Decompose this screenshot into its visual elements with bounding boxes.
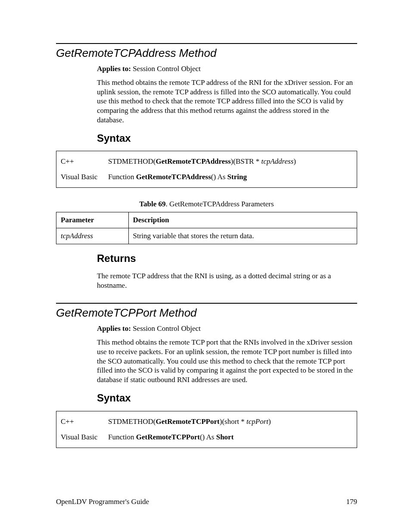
cpp-prefix: STDMETHOD(: [108, 417, 156, 426]
syntax-row-cpp: C++ STDMETHOD(GetRemoteTCPAddress)(BSTR …: [61, 154, 352, 169]
vb-prefix: Function: [108, 173, 136, 181]
syntax-body-vb: Function GetRemoteTCPAddress() As String: [108, 173, 352, 181]
vb-ret: String: [227, 173, 247, 181]
footer-page-number: 179: [346, 498, 358, 506]
method2-description: This method obtains the remote TCP port …: [97, 338, 357, 385]
vb-prefix: Function: [108, 433, 136, 441]
applies-to-label: Applies to:: [97, 65, 131, 73]
applies-to-value-text: Session Control Object: [133, 324, 201, 333]
vb-mid: () As: [200, 433, 216, 441]
vb-name: GetRemoteTCPAddress: [136, 173, 211, 181]
footer-doc-title: OpenLDV Programmer's Guide: [56, 498, 149, 506]
param-table-caption: Table 69. GetRemoteTCPAddress Parameters: [56, 200, 357, 208]
syntax-box-method2: C++ STDMETHOD(GetRemoteTCPPort)(short * …: [56, 411, 357, 448]
syntax-lang-vb: Visual Basic: [61, 173, 108, 181]
syntax-row-cpp: C++ STDMETHOD(GetRemoteTCPPort)(short * …: [61, 414, 352, 429]
section-title-method1: GetRemoteTCPAddress Method: [56, 47, 357, 60]
syntax-heading: Syntax: [97, 392, 357, 405]
page-footer: OpenLDV Programmer's Guide 179: [56, 498, 357, 506]
syntax-body-cpp: STDMETHOD(GetRemoteTCPAddress)(BSTR * tc…: [108, 157, 352, 166]
td-desc: String variable that stores the return d…: [128, 228, 357, 244]
table-caption-rest: . GetRemoteTCPAddress Parameters: [166, 200, 274, 208]
section-title-method2: GetRemoteTCPPort Method: [56, 306, 357, 320]
returns-heading: Returns: [97, 252, 357, 265]
syntax-row-vb: Visual Basic Function GetRemoteTCPPort()…: [61, 429, 352, 445]
cpp-param: tcpPort: [246, 417, 268, 426]
returns-block: Returns The remote TCP address that the …: [97, 252, 357, 290]
method1-description: This method obtains the remote TCP addre…: [97, 78, 357, 125]
syntax-heading: Syntax: [97, 132, 357, 145]
section-rule: [56, 303, 357, 304]
cpp-prefix: STDMETHOD(: [108, 157, 156, 165]
applies-to-value-text: Session Control Object: [133, 65, 201, 73]
vb-ret: Short: [216, 433, 234, 441]
cpp-mid: )(BSTR *: [231, 157, 262, 165]
returns-text: The remote TCP address that the RNI is u…: [97, 271, 357, 290]
syntax-body-cpp: STDMETHOD(GetRemoteTCPPort)(short * tcpP…: [108, 417, 352, 426]
param-table: Parameter Description tcpAddress String …: [56, 212, 357, 244]
page-content: GetRemoteTCPAddress Method Applies to: S…: [0, 0, 411, 532]
syntax-lang-cpp: C++: [61, 157, 108, 166]
applies-to-label: Applies to:: [97, 324, 131, 333]
syntax-row-vb: Visual Basic Function GetRemoteTCPAddres…: [61, 169, 352, 185]
cpp-mid: )(short *: [220, 417, 246, 426]
vb-name: GetRemoteTCPPort: [136, 433, 200, 441]
cpp-suffix: ): [293, 157, 296, 165]
th-description: Description: [128, 212, 357, 228]
table-header-row: Parameter Description: [56, 212, 357, 228]
syntax-lang-cpp: C++: [61, 417, 108, 426]
th-parameter: Parameter: [56, 212, 129, 228]
applies-to-line: Applies to: Session Control Object: [97, 324, 357, 333]
method1-body: Applies to: Session Control Object This …: [97, 64, 357, 145]
syntax-body-vb: Function GetRemoteTCPPort() As Short: [108, 433, 352, 442]
method2-body: Applies to: Session Control Object This …: [97, 324, 357, 404]
syntax-box-method1: C++ STDMETHOD(GetRemoteTCPAddress)(BSTR …: [56, 151, 357, 188]
section-rule: [56, 43, 357, 44]
applies-to-line: Applies to: Session Control Object: [97, 64, 357, 74]
table-row: tcpAddress String variable that stores t…: [56, 228, 357, 244]
cpp-name: GetRemoteTCPPort: [156, 417, 220, 426]
cpp-name: GetRemoteTCPAddress: [156, 157, 231, 165]
cpp-suffix: ): [268, 417, 271, 426]
table-caption-prefix: Table 69: [139, 200, 165, 208]
cpp-param: tcpAddress: [261, 157, 293, 165]
syntax-lang-vb: Visual Basic: [61, 433, 108, 442]
td-param: tcpAddress: [56, 228, 129, 244]
vb-mid: () As: [211, 173, 227, 181]
